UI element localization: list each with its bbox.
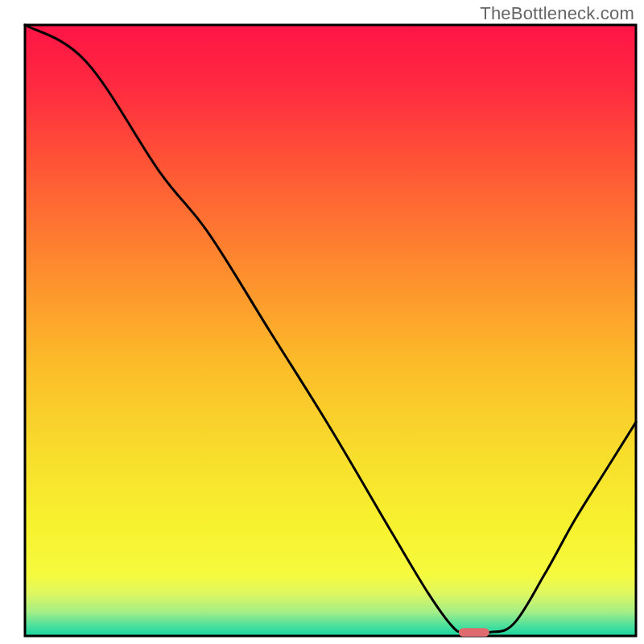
optimum-marker (459, 628, 489, 637)
plot-background (25, 25, 636, 636)
bottleneck-chart (0, 0, 644, 644)
watermark-text: TheBottleneck.com (480, 3, 634, 24)
chart-frame: TheBottleneck.com (0, 0, 644, 644)
